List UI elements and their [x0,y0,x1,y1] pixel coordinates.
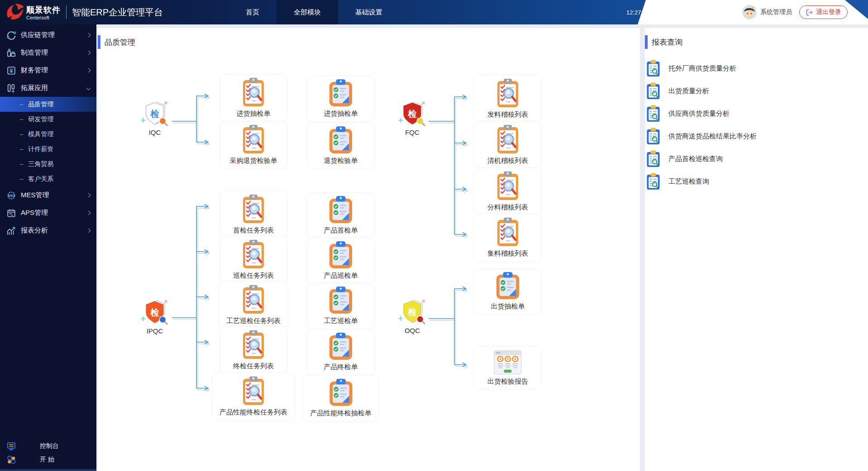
nav-item-2[interactable]: 基础设置 [338,0,400,24]
sidebar-bottom-strip [0,469,96,471]
check-form-icon [329,126,353,154]
check-form-icon [329,379,353,407]
flow-node[interactable]: 工艺巡检单 [307,283,375,329]
flow-node[interactable]: 产品首检单 [307,192,375,239]
flow-node[interactable]: 产品终检单 [307,329,375,376]
sidebar-subitem-4[interactable]: 三角贸易 [0,157,96,171]
flow-node[interactable]: 进货抽检单 [219,74,287,122]
report-item-2[interactable]: 供应商供货质量分析 [646,102,757,125]
user-name: 系统管理员 [760,8,792,16]
sidebar-item-4[interactable]: MES MES管理 [0,186,96,204]
sidebar-subitem-1[interactable]: 研发管理 [0,112,96,127]
query-report-icon [646,60,660,77]
report-item-5[interactable]: 工艺巡检查询 [646,170,757,193]
brand-logo-icon [5,3,24,21]
check-form-icon [496,272,520,300]
shield-icon: 检 [397,100,427,128]
inspect-list-icon [242,77,265,107]
app-title: 智能ERP企业管理平台 [72,6,163,19]
flow-node[interactable]: 工艺巡检任务列表 [219,281,288,329]
flow-node[interactable]: 分料稽核列表 [474,167,542,216]
avatar[interactable] [742,5,757,19]
flow-node[interactable]: 出货检验报告 [474,346,542,390]
shield-icon: 检 [140,100,170,128]
panel-title: 品质管理 [98,35,135,49]
flow-node[interactable]: 产品性能终检任务列表 [212,372,295,421]
clock-time: 12:27 [626,0,641,24]
screen: 顺景软件 Centersoft 智能ERP企业管理平台 首页全部模块基础设置 1… [0,0,868,471]
svg-text:MES: MES [8,194,15,197]
app-header: 顺景软件 Centersoft 智能ERP企业管理平台 首页全部模块基础设置 1… [0,0,868,24]
sidebar-subitem-2[interactable]: 模具管理 [0,127,96,142]
report-item-1[interactable]: 出货质量分析 [646,80,757,102]
chevron-icon [86,51,91,55]
flow-node[interactable]: 巡检任务列表 [219,236,287,284]
sidebar-item-6[interactable]: 报表分析 [0,222,96,239]
shield-IQC: 检 IQC [140,100,170,136]
brand-subname: Centersoft [26,15,61,20]
chevron-icon [86,211,91,215]
logout-button[interactable]: 退出登录 [799,5,848,19]
chevron-icon [86,193,91,198]
sidebar-item-2[interactable]: 财务管理 [0,62,96,79]
check-form-icon [329,196,353,224]
query-report-icon [646,105,660,123]
query-report-icon [646,173,660,190]
panel-title: 报表查询 [645,35,682,49]
svg-text:检: 检 [407,307,417,317]
page-title: 品质管理 [105,37,135,48]
query-report-icon [646,128,660,145]
inspect-list-icon [496,171,520,201]
nav-item-1[interactable]: 全部模块 [277,0,338,24]
mes-icon: MES [6,190,16,200]
aps-icon [6,208,16,218]
sidebar-footer-item[interactable]: 控制台 [0,439,96,453]
svg-text:检: 检 [150,307,159,317]
flow-node[interactable]: 采购退货检验单 [219,121,287,169]
flow-node[interactable]: 首检任务列表 [219,190,287,239]
sidebar-subitem-0[interactable]: 品质管理 [0,97,96,112]
shield-FQC: 检 FQC [397,100,427,136]
sidebar-subitem-5[interactable]: 客户关系 [0,171,96,186]
flow-node[interactable]: 出货抽检单 [474,268,542,315]
supply-chain-icon [6,30,16,40]
flow-node[interactable]: 发料稽核列表 [474,75,542,123]
flow-node[interactable]: 产品性能终检抽检单 [303,375,379,422]
sidebar-footer: 控制台 开 始 [0,439,96,466]
chevron-icon [86,33,91,38]
check-form-icon [329,241,353,269]
sidebar-subitem-3[interactable]: 计件薪资 [0,142,96,157]
report-item-3[interactable]: 供货商送货品检结果比率分析 [646,125,757,147]
sidebar-item-1[interactable]: 制造管理 [0,44,96,62]
flow-node[interactable]: 清机稽核列表 [474,121,542,169]
report-list: 托外厂商供货质量分析 出货质量分析 供应商供货质量分析 供货商送货品检结果比率分… [646,57,757,193]
check-form-icon [329,79,353,107]
inspect-list-icon [496,78,520,108]
inspect-list-icon [242,124,265,154]
flow-node[interactable]: 产品巡检单 [307,238,375,284]
finance-icon [6,66,16,76]
sidebar-footer-item[interactable]: 开 始 [0,453,96,466]
title-accent-bar [645,35,648,49]
flow-node[interactable]: 进货抽检单 [307,76,375,122]
flow-node[interactable]: 退货检验单 [307,123,375,169]
shield-IPQC: 检 IPQC [140,299,170,335]
sidebar-item-3[interactable]: 拓展应用 [0,79,96,97]
shield-icon: 检 [140,299,170,326]
inspect-list-icon [242,285,265,314]
inspect-list-icon [242,239,265,269]
sidebar-item-0[interactable]: 供应链管理 [0,26,96,44]
brand-name: 顺景软件 [26,5,61,15]
inspect-list-icon [496,217,520,247]
nav-item-0[interactable]: 首页 [229,0,277,24]
flow-node[interactable]: 集料稽核列表 [474,214,542,262]
report-item-0[interactable]: 托外厂商供货质量分析 [646,57,757,80]
manufacture-icon [6,48,16,58]
top-nav: 首页全部模块基础设置 [229,0,400,24]
report-item-4[interactable]: 产品首检巡检查询 [646,147,757,170]
flow-node[interactable]: 终检任务列表 [219,326,287,375]
sidebar-item-5[interactable]: APS管理 [0,204,96,222]
report-analysis-icon [6,226,16,236]
svg-text:检: 检 [407,109,417,119]
check-form-icon [329,333,353,361]
